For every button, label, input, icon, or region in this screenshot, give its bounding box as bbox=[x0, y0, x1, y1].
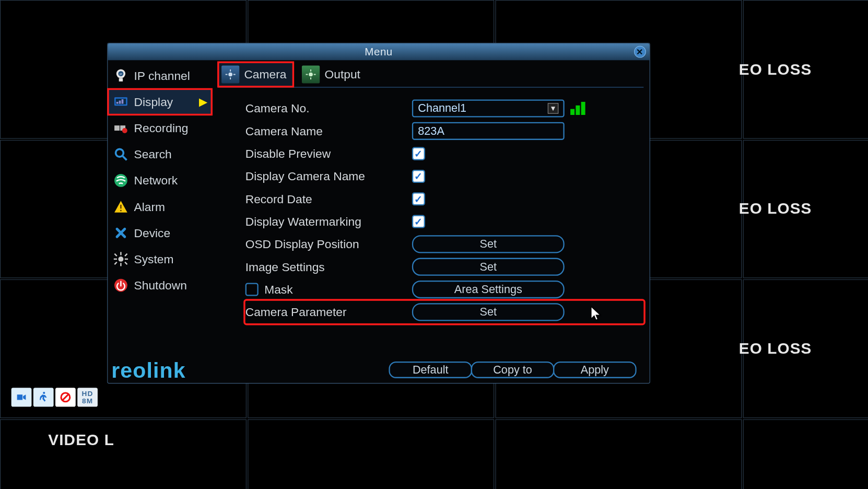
close-button[interactable]: ✕ bbox=[634, 46, 646, 58]
svg-rect-35 bbox=[233, 74, 236, 75]
label-image-settings: Image Settings bbox=[245, 260, 412, 274]
sidebar-item-display[interactable]: Display ▶ bbox=[108, 89, 212, 115]
titlebar: Menu ✕ bbox=[108, 43, 649, 60]
hd-badge: HD8M bbox=[77, 388, 98, 406]
sidebar-item-label: IP channel bbox=[134, 69, 190, 83]
svg-rect-33 bbox=[230, 77, 231, 79]
power-icon bbox=[112, 277, 129, 294]
record-date-checkbox[interactable] bbox=[412, 192, 425, 205]
copy-to-button[interactable]: Copy to bbox=[471, 362, 555, 378]
video-loss-label: EO LOSS bbox=[739, 340, 812, 358]
content-pane: Camera Output Camera No. Channel1 ▼ bbox=[212, 60, 650, 383]
sidebar-item-label: System bbox=[134, 252, 174, 266]
svg-rect-24 bbox=[114, 259, 117, 260]
sidebar-item-label: Alarm bbox=[134, 200, 166, 213]
block-icon bbox=[55, 388, 76, 406]
grid-cell: EO LOSS bbox=[743, 0, 868, 138]
label-display-camera-name: Display Camera Name bbox=[245, 169, 412, 183]
search-icon bbox=[112, 146, 129, 162]
sidebar-item-search[interactable]: Search bbox=[108, 141, 212, 167]
default-button[interactable]: Default bbox=[389, 362, 472, 378]
svg-point-31 bbox=[228, 73, 232, 77]
gear-icon bbox=[221, 65, 239, 83]
svg-rect-7 bbox=[119, 78, 123, 82]
motion-icon bbox=[33, 388, 54, 406]
sidebar-item-device[interactable]: Device bbox=[108, 220, 212, 246]
image-settings-set-button[interactable]: Set bbox=[412, 258, 565, 276]
svg-rect-40 bbox=[314, 74, 316, 75]
tab-label: Output bbox=[324, 67, 360, 81]
camera-no-select[interactable]: Channel1 ▼ bbox=[412, 99, 565, 117]
video-loss-label: EO LOSS bbox=[739, 60, 812, 78]
apply-button[interactable]: Apply bbox=[553, 362, 637, 378]
sidebar-item-ip-channel[interactable]: IP IP channel bbox=[108, 63, 212, 89]
svg-rect-13 bbox=[114, 125, 120, 131]
tab-row: Camera Output bbox=[218, 60, 643, 87]
footer-buttons: Default Copy to Apply bbox=[389, 362, 636, 378]
tab-label: Camera bbox=[244, 67, 286, 81]
display-camera-name-checkbox[interactable] bbox=[412, 170, 425, 183]
alarm-icon bbox=[112, 199, 129, 215]
sidebar-item-network[interactable]: Network bbox=[108, 167, 212, 193]
window-title: Menu bbox=[365, 45, 393, 58]
sidebar-item-label: Search bbox=[134, 147, 172, 161]
camera-ip-icon: IP bbox=[112, 67, 129, 84]
mask-area-settings-button[interactable]: Area Settings bbox=[412, 281, 565, 298]
osd-set-button[interactable]: Set bbox=[412, 235, 565, 253]
select-value: Channel1 bbox=[418, 102, 466, 115]
svg-point-36 bbox=[309, 73, 313, 77]
svg-line-17 bbox=[123, 156, 126, 160]
sidebar-item-label: Display bbox=[134, 95, 173, 109]
camera-parameter-set-button[interactable]: Set bbox=[412, 303, 565, 321]
mask-label-text: Mask bbox=[264, 283, 292, 296]
video-loss-label: VIDEO L bbox=[48, 430, 114, 449]
sidebar-item-label: Shutdown bbox=[134, 278, 187, 292]
svg-rect-34 bbox=[226, 74, 228, 75]
video-loss-label: EO LOSS bbox=[739, 200, 812, 218]
sidebar-item-alarm[interactable]: Alarm bbox=[108, 194, 212, 220]
svg-text:IP: IP bbox=[120, 72, 123, 76]
svg-rect-23 bbox=[120, 263, 121, 266]
svg-rect-12 bbox=[122, 99, 124, 104]
network-icon bbox=[112, 172, 129, 189]
label-display-watermarking: Display Watermarking bbox=[245, 215, 412, 228]
recording-icon bbox=[112, 120, 129, 136]
svg-rect-37 bbox=[310, 69, 311, 72]
label-disable-preview: Disable Preview bbox=[245, 147, 412, 160]
svg-rect-10 bbox=[116, 102, 119, 104]
grid-cell: EO LOSS bbox=[743, 280, 868, 418]
gear-icon bbox=[112, 251, 129, 267]
gear-icon bbox=[302, 65, 320, 83]
sidebar-item-system[interactable]: System bbox=[108, 246, 212, 272]
svg-point-16 bbox=[116, 149, 124, 157]
svg-point-15 bbox=[122, 128, 127, 133]
sidebar: IP IP channel Display ▶ Recording bbox=[108, 60, 212, 383]
grid-cell: HD8M bbox=[743, 419, 868, 489]
svg-rect-29 bbox=[124, 253, 127, 257]
form: Camera No. Channel1 ▼ Camera Name 823A bbox=[218, 88, 643, 323]
svg-rect-27 bbox=[124, 262, 127, 265]
svg-rect-32 bbox=[230, 69, 231, 72]
close-icon: ✕ bbox=[636, 47, 643, 56]
label-camera-parameter: Camera Parameter bbox=[245, 305, 412, 319]
sidebar-item-recording[interactable]: Recording bbox=[108, 115, 212, 141]
chevron-down-icon: ▼ bbox=[548, 103, 559, 114]
svg-rect-39 bbox=[306, 74, 308, 75]
svg-rect-28 bbox=[114, 262, 117, 265]
sidebar-item-shutdown[interactable]: Shutdown bbox=[108, 272, 212, 298]
camera-name-input[interactable]: 823A bbox=[412, 122, 565, 140]
disable-preview-checkbox[interactable] bbox=[412, 147, 425, 160]
label-record-date: Record Date bbox=[245, 192, 412, 206]
sidebar-item-label: Device bbox=[134, 226, 171, 240]
svg-rect-25 bbox=[125, 259, 128, 260]
label-camera-name: Camera Name bbox=[245, 124, 412, 138]
tab-camera[interactable]: Camera bbox=[218, 62, 294, 87]
svg-rect-38 bbox=[310, 77, 311, 79]
svg-rect-19 bbox=[120, 205, 121, 208]
display-watermarking-checkbox[interactable] bbox=[412, 215, 425, 228]
tab-output[interactable]: Output bbox=[298, 62, 367, 87]
arrow-right-icon: ▶ bbox=[199, 95, 207, 108]
label-camera-no: Camera No. bbox=[245, 101, 412, 115]
mask-checkbox[interactable] bbox=[245, 283, 259, 296]
status-strip: HD8M bbox=[9, 385, 100, 409]
